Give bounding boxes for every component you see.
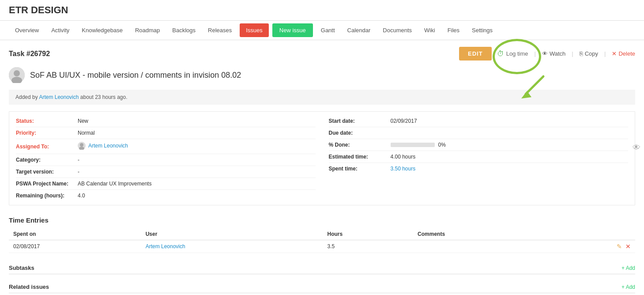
remaining-value: 4.0 (78, 193, 85, 199)
done-value: 0% (391, 142, 446, 148)
app-title: ETR DESIGN (9, 4, 68, 15)
nav-item-issues[interactable]: Issues (240, 23, 269, 37)
avatar (9, 67, 25, 83)
added-by-time: about 23 hours (80, 94, 116, 100)
detail-row-target: Target version: - (16, 166, 316, 178)
progress-container: 0% (391, 142, 446, 148)
watch-button[interactable]: 👁 Watch (542, 50, 565, 57)
detail-row-spent: Spent time: 3.50 hours (329, 163, 629, 174)
nav-item-backlogs[interactable]: Backlogs (166, 22, 202, 39)
category-value: - (78, 157, 79, 163)
entry-spent-on: 02/08/2017 (9, 240, 141, 253)
details-grid: Status: New Priority: Normal Assigned To… (9, 111, 635, 205)
edit-button[interactable]: EDIT (459, 47, 492, 61)
time-entries-table: Spent on User Hours Comments 02/08/2017 … (9, 228, 635, 253)
col-actions (549, 228, 635, 240)
subtasks-title: Subtasks (9, 265, 34, 271)
edit-entry-icon[interactable]: ✎ (617, 243, 622, 250)
col-user: User (141, 228, 323, 240)
task-id: Task #26792 (9, 50, 50, 58)
detail-row-estimated: Estimated time: 4.00 hours (329, 151, 629, 163)
time-entries-title: Time Entries (9, 214, 635, 224)
add-related-button[interactable]: + Add (621, 284, 635, 290)
nav-item-new-issue[interactable]: New issue (272, 23, 313, 37)
nav-item-wiki[interactable]: Wiki (418, 22, 441, 39)
assigned-label: Assigned To: (16, 144, 78, 150)
main-content: Task #26792 EDIT ⏱ (0, 40, 644, 295)
detail-row-status: Status: New (16, 115, 316, 127)
log-time-label: Log time (506, 50, 528, 57)
nav-item-files[interactable]: Files (441, 22, 466, 39)
watch-label: Watch (550, 50, 565, 57)
entry-user-link[interactable]: Artem Leonovich (146, 243, 185, 250)
sidebar-watch-icon[interactable]: 👁 (633, 143, 640, 152)
nav-item-gantt[interactable]: Gantt (315, 22, 341, 39)
delete-label: Delete (618, 50, 635, 57)
nav-item-activity[interactable]: Activity (45, 22, 75, 39)
task-title-section: SoF AB UI/UX - mobile version / comments… (9, 67, 635, 83)
start-value: 02/09/2017 (391, 118, 417, 124)
related-issues-header: Related issues + Add (9, 281, 635, 293)
copy-label: Copy (585, 50, 598, 57)
clock-icon: ⏱ (497, 50, 504, 58)
detail-row-category: Category: - (16, 154, 316, 166)
status-value: New (78, 118, 88, 124)
svg-point-6 (80, 143, 83, 147)
task-title: SoF AB UI/UX - mobile version / comments… (30, 71, 241, 80)
table-row: 02/08/2017 Artem Leonovich 3.5 ✎ ✕ (9, 240, 635, 253)
priority-value: Normal (78, 130, 95, 136)
assigned-value: Artem Leonovich (78, 142, 128, 151)
estimated-label: Estimated time: (329, 154, 391, 160)
copy-icon: ⎘ (580, 50, 583, 57)
related-issues-section: Related issues + Add (9, 281, 635, 293)
entry-comments (413, 240, 549, 253)
task-actions-wrapper: EDIT ⏱ Log time (459, 47, 635, 61)
progress-bar (391, 143, 435, 147)
svg-point-3 (14, 70, 20, 76)
nav-bar: Overview Activity Knowledgebase Roadmap … (0, 21, 644, 40)
detail-row-pswa: PSWA Project Name: AB Calendar UX Improv… (16, 178, 316, 190)
detail-row-remaining: Remaining (hours): 4.0 (16, 190, 316, 201)
nav-item-overview[interactable]: Overview (9, 22, 45, 39)
category-label: Category: (16, 157, 78, 163)
task-actions: EDIT ⏱ Log time (459, 47, 635, 61)
separator-1: | (535, 50, 536, 57)
time-table-head: Spent on User Hours Comments (9, 228, 635, 240)
detail-row-due: Due date: (329, 127, 629, 139)
col-comments: Comments (413, 228, 549, 240)
assigned-link[interactable]: Artem Leonovich (88, 143, 128, 149)
entry-actions: ✎ ✕ (549, 240, 635, 253)
nav-item-calendar[interactable]: Calendar (341, 22, 377, 39)
target-value: - (78, 169, 79, 175)
time-table-body: 02/08/2017 Artem Leonovich 3.5 ✎ ✕ (9, 240, 635, 253)
spent-link[interactable]: 3.50 hours (391, 166, 416, 172)
delete-entry-icon[interactable]: ✕ (625, 243, 631, 250)
estimated-value: 4.00 hours (391, 154, 416, 160)
nav-item-releases[interactable]: Releases (202, 22, 238, 39)
added-by-suffix: ago. (117, 94, 127, 100)
subtasks-header: Subtasks + Add (9, 262, 635, 274)
delete-icon: ✕ (612, 50, 617, 57)
time-entries-section: Time Entries Spent on User Hours Comment… (9, 214, 635, 253)
entry-hours: 3.5 (323, 240, 414, 253)
detail-row-done: % Done: 0% (329, 139, 629, 151)
nav-item-knowledgebase[interactable]: Knowledgebase (75, 22, 129, 39)
task-header: Task #26792 EDIT ⏱ (9, 47, 635, 61)
details-right: Start date: 02/09/2017 Due date: % Done:… (322, 112, 635, 205)
assigned-avatar (78, 142, 86, 150)
nav-item-settings[interactable]: Settings (466, 22, 499, 39)
copy-button[interactable]: ⎘ Copy (580, 50, 598, 57)
add-subtask-button[interactable]: + Add (621, 265, 635, 271)
detail-row-assigned: Assigned To: Artem Leonovich (16, 139, 316, 154)
related-issues-title: Related issues (9, 284, 49, 290)
app-header: ETR DESIGN (0, 0, 644, 21)
added-by-link[interactable]: Artem Leonovich (39, 94, 79, 100)
start-label: Start date: (329, 118, 391, 124)
nav-item-documents[interactable]: Documents (377, 22, 418, 39)
delete-button[interactable]: ✕ Delete (612, 50, 635, 57)
log-time-button[interactable]: ⏱ Log time (497, 50, 528, 58)
nav-item-roadmap[interactable]: Roadmap (129, 22, 166, 39)
eye-icon: 👁 (542, 50, 548, 57)
subtasks-section: Subtasks + Add (9, 262, 635, 274)
spent-value: 3.50 hours (391, 166, 416, 172)
